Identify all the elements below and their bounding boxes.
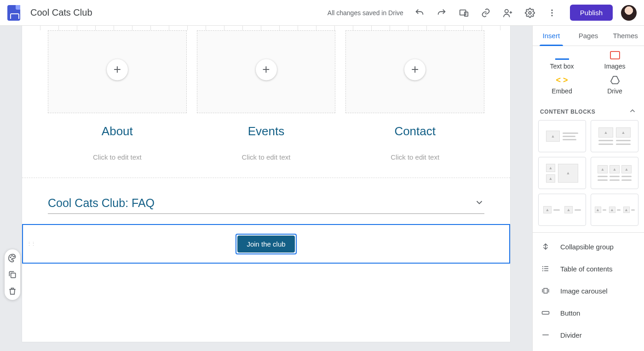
svg-point-13 — [542, 266, 543, 267]
insert-label: Images — [604, 63, 626, 70]
svg-rect-18 — [544, 270, 548, 271]
svg-point-4 — [551, 9, 552, 11]
button-icon — [541, 308, 550, 317]
faq-title[interactable]: Cool Cats Club: FAQ — [48, 196, 155, 210]
user-avatar[interactable] — [621, 5, 637, 21]
section-tools — [5, 249, 20, 300]
svg-rect-19 — [544, 288, 547, 293]
canvas-area: + About Click to edit text + Events Clic… — [0, 26, 532, 351]
toc-icon — [541, 264, 550, 273]
column-title[interactable]: Events — [248, 124, 285, 138]
tab-themes[interactable]: Themes — [607, 26, 644, 46]
content-block-thumb[interactable] — [538, 157, 586, 189]
column-text-placeholder[interactable]: Click to edit text — [391, 153, 439, 161]
svg-rect-11 — [610, 52, 620, 59]
undo-icon[interactable] — [414, 8, 425, 18]
save-status: All changes saved in Drive — [328, 9, 403, 17]
chevron-down-icon[interactable] — [474, 197, 484, 209]
insert-list-label: Button — [560, 309, 580, 317]
content-blocks-label: CONTENT BLOCKS — [540, 109, 595, 115]
link-icon[interactable] — [481, 8, 491, 18]
content-block-thumb[interactable] — [591, 194, 638, 226]
page-canvas[interactable]: + About Click to edit text + Events Clic… — [22, 26, 510, 342]
insert-embed[interactable]: < > Embed — [535, 73, 588, 98]
insert-list-label: Divider — [560, 331, 582, 339]
content-block-thumb[interactable] — [591, 120, 638, 152]
insert-table-of-contents[interactable]: Table of contents — [533, 258, 644, 280]
insert-label: Drive — [607, 87, 622, 95]
add-image-button[interactable]: + — [107, 59, 128, 80]
app-header: Cool Cats Club All changes saved in Driv… — [0, 0, 644, 26]
column-text-placeholder[interactable]: Click to edit text — [242, 153, 291, 161]
insert-drive[interactable]: Drive — [588, 73, 641, 98]
gear-icon[interactable] — [525, 8, 535, 18]
content-blocks-header: CONTENT BLOCKS — [533, 104, 644, 120]
images-icon — [609, 51, 621, 60]
svg-point-8 — [12, 255, 12, 256]
insert-image-carousel[interactable]: Image carousel — [533, 280, 644, 302]
insert-textbox[interactable]: Text box — [535, 48, 588, 73]
person-add-icon[interactable] — [503, 8, 513, 18]
header-toolbar — [414, 8, 557, 18]
cta-selection-frame: Join the club — [236, 234, 296, 254]
svg-point-9 — [14, 256, 15, 257]
textbox-icon — [555, 51, 569, 60]
join-club-button[interactable]: Join the club — [237, 236, 294, 253]
svg-point-17 — [542, 270, 543, 271]
insert-icon-grid: Text box Images < > Embed Drive — [533, 46, 644, 104]
button-section-selected[interactable]: Join the club — [22, 224, 510, 264]
insert-collapsible-group[interactable]: Collapsible group — [533, 236, 644, 258]
insert-list-label: Collapsible group — [560, 243, 614, 251]
content-blocks-grid — [533, 120, 644, 232]
preview-icon[interactable] — [459, 8, 469, 18]
tab-insert[interactable]: Insert — [533, 26, 570, 46]
svg-rect-20 — [542, 311, 549, 314]
content-block-thumb[interactable] — [591, 157, 638, 189]
embed-icon: < > — [556, 75, 569, 85]
insert-images[interactable]: Images — [588, 48, 641, 73]
insert-label: Embed — [552, 87, 572, 95]
column-title[interactable]: Contact — [394, 124, 436, 138]
add-image-button[interactable]: + — [256, 59, 277, 80]
app-logo-icon[interactable] — [7, 5, 20, 21]
content-block-thumb[interactable] — [538, 120, 586, 152]
tab-pages[interactable]: Pages — [570, 26, 607, 46]
insert-label: Text box — [550, 63, 574, 70]
faq-collapsible[interactable]: Cool Cats Club: FAQ — [48, 196, 484, 214]
image-placeholder[interactable]: + — [345, 30, 484, 113]
divider-icon — [541, 330, 550, 339]
document-title[interactable]: Cool Cats Club — [30, 7, 92, 18]
duplicate-icon[interactable] — [7, 270, 17, 280]
svg-point-15 — [542, 268, 543, 269]
svg-point-3 — [529, 12, 531, 14]
redo-icon[interactable] — [437, 8, 447, 18]
content-block-thumb[interactable] — [538, 194, 586, 226]
drive-icon — [609, 75, 621, 85]
column-contact[interactable]: + Contact Click to edit text — [345, 30, 484, 161]
svg-rect-10 — [11, 273, 16, 278]
right-sidebar: Insert Pages Themes Text box Images < > … — [532, 26, 644, 351]
collapsible-icon — [541, 242, 550, 251]
svg-point-7 — [10, 257, 11, 258]
column-about[interactable]: + About Click to edit text — [48, 30, 187, 161]
publish-button[interactable]: Publish — [570, 5, 613, 21]
chevron-up-icon[interactable] — [628, 107, 637, 116]
image-placeholder[interactable]: + — [48, 30, 187, 113]
column-text-placeholder[interactable]: Click to edit text — [93, 153, 142, 161]
sidebar-tabs: Insert Pages Themes — [533, 26, 644, 46]
insert-list-label: Table of contents — [560, 265, 612, 273]
svg-rect-16 — [544, 268, 548, 269]
trash-icon[interactable] — [7, 286, 17, 296]
column-events[interactable]: + Events Click to edit text — [197, 30, 336, 161]
content-columns: + About Click to edit text + Events Clic… — [22, 30, 510, 161]
more-vert-icon[interactable] — [547, 8, 557, 18]
add-image-button[interactable]: + — [404, 59, 426, 80]
insert-list-label: Image carousel — [560, 287, 608, 295]
svg-point-2 — [505, 9, 508, 12]
palette-icon[interactable] — [7, 253, 17, 263]
insert-divider[interactable]: Divider — [533, 324, 644, 346]
insert-button[interactable]: Button — [533, 302, 644, 324]
image-placeholder[interactable]: + — [197, 30, 336, 113]
ruler — [22, 26, 510, 30]
column-title[interactable]: About — [102, 124, 133, 138]
